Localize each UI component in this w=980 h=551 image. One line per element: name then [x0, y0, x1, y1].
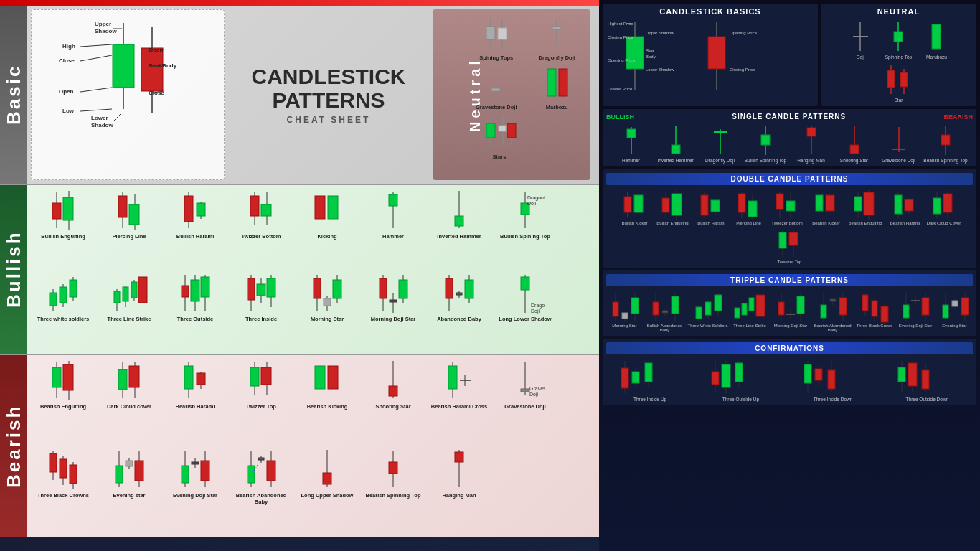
- svg-rect-85: [191, 280, 199, 301]
- svg-rect-290: [872, 301, 877, 316]
- svg-rect-111: [465, 280, 473, 298]
- right-eve-star: Evening Star: [937, 289, 973, 332]
- hanging-man: Hanging Man: [427, 448, 491, 534]
- svg-rect-282: [821, 305, 826, 318]
- right-eve-doji: Evening Doji Star: [896, 289, 936, 332]
- bearish-label-single: BEARISH: [943, 113, 973, 121]
- right-bear-eng: Bearish Engulfing: [846, 188, 885, 225]
- svg-rect-188: [708, 37, 725, 69]
- svg-rect-194: [894, 32, 903, 42]
- svg-rect-324: [898, 367, 905, 382]
- right-dragonfly: Dragonfly Doji: [699, 123, 741, 163]
- right-hammer: Hammer: [611, 123, 652, 163]
- svg-rect-159: [192, 462, 199, 464]
- right-doji: Doji: [842, 19, 878, 60]
- svg-rect-268: [705, 302, 711, 315]
- top-bar: [0, 0, 599, 6]
- svg-rect-93: [267, 278, 275, 297]
- svg-text:Lower Shadow: Lower Shadow: [646, 67, 674, 72]
- twizzer-bottom: Twizzer Bottom: [229, 189, 293, 268]
- right-tweezer-top: Tweezer Top: [772, 227, 808, 264]
- bullish-spinning-top: Dragonfly Doji Bullish Spining Top: [493, 189, 557, 268]
- svg-rect-40: [499, 126, 506, 131]
- svg-rect-288: [862, 295, 868, 311]
- svg-rect-217: [624, 197, 631, 212]
- svg-rect-36: [559, 69, 567, 96]
- svg-line-10: [80, 44, 112, 47]
- right-3outside-up: Three Outside Up: [701, 357, 780, 402]
- svg-rect-87: [201, 277, 209, 297]
- svg-rect-235: [816, 195, 823, 211]
- svg-text:Gravestone: Gravestone: [529, 386, 545, 391]
- kicking: Kicking: [295, 189, 359, 268]
- bearish-kicking: Bearish Kicking: [295, 359, 359, 445]
- svg-rect-298: [922, 298, 929, 315]
- neutral-marbozu: Marbozu: [528, 63, 587, 110]
- svg-rect-157: [182, 466, 189, 483]
- confirmations-title: CONFIRMATIONS: [608, 344, 971, 352]
- svg-rect-306: [621, 368, 628, 388]
- svg-rect-91: [257, 284, 265, 296]
- svg-line-25: [113, 113, 122, 122]
- svg-rect-308: [632, 372, 639, 383]
- svg-line-32: [559, 17, 564, 22]
- svg-rect-258: [631, 298, 639, 314]
- svg-rect-238: [854, 197, 862, 211]
- svg-rect-273: [749, 298, 754, 311]
- svg-text:Closing Price: Closing Price: [730, 67, 755, 72]
- svg-rect-246: [933, 198, 941, 214]
- svg-rect-145: [50, 453, 57, 472]
- svg-rect-123: [129, 366, 139, 387]
- svg-rect-316: [735, 363, 743, 382]
- shooting-star: Shooting Star: [361, 359, 425, 445]
- svg-rect-137: [448, 366, 457, 389]
- long-lower-shadow: Dragonfly Doji Long Lower Shadow: [493, 271, 557, 351]
- right-morn-doji: Morning Doji Star: [771, 289, 811, 332]
- svg-rect-97: [324, 298, 331, 306]
- svg-rect-89: [248, 278, 255, 300]
- svg-rect-280: [797, 296, 804, 314]
- svg-rect-220: [662, 198, 669, 212]
- svg-rect-81: [138, 277, 147, 303]
- svg-rect-310: [645, 363, 652, 382]
- right-3white: Three White Soldiers: [687, 289, 729, 332]
- svg-rect-72: [60, 287, 67, 303]
- svg-rect-83: [182, 286, 189, 297]
- svg-rect-236: [826, 195, 834, 211]
- svg-rect-174: [455, 452, 463, 462]
- svg-rect-109: [456, 293, 462, 295]
- right-bull-spin: Bullish Spinning Top: [743, 123, 789, 163]
- svg-rect-224: [701, 195, 708, 215]
- svg-rect-117: [52, 367, 61, 387]
- svg-rect-207: [761, 135, 770, 145]
- svg-text:Dragonfly: Dragonfly: [531, 303, 545, 309]
- svg-rect-59: [315, 196, 325, 219]
- svg-rect-284: [830, 299, 836, 301]
- svg-rect-203: [672, 145, 680, 154]
- svg-rect-35: [547, 69, 556, 96]
- svg-rect-27: [486, 27, 495, 39]
- svg-rect-274: [756, 295, 765, 316]
- svg-text:Lowest Price: Lowest Price: [608, 87, 633, 91]
- svg-rect-1: [113, 44, 134, 88]
- svg-rect-60: [328, 196, 338, 219]
- svg-rect-42: [507, 123, 516, 138]
- svg-rect-135: [389, 386, 397, 396]
- svg-rect-80: [131, 282, 137, 298]
- three-outside: Three Outside: [163, 271, 227, 351]
- svg-rect-74: [70, 280, 77, 297]
- svg-rect-52: [184, 196, 193, 222]
- svg-rect-248: [943, 194, 952, 212]
- svg-rect-320: [815, 369, 822, 380]
- svg-rect-127: [197, 373, 205, 385]
- svg-rect-266: [696, 307, 702, 319]
- right-marubozu: Marubozu: [918, 19, 954, 60]
- svg-rect-199: [900, 72, 908, 87]
- svg-rect-254: [613, 302, 618, 316]
- svg-text:Doji: Doji: [529, 392, 539, 397]
- svg-text:Shadow: Shadow: [91, 122, 113, 128]
- basics-anatomy-svg: Highest Price Closing Price Upper Shadow…: [606, 19, 692, 98]
- long-upper-shadow: Long Upper Shadow: [295, 448, 359, 534]
- evening-doji-star: Evening Doji Star: [163, 448, 227, 534]
- svg-rect-244: [905, 199, 913, 211]
